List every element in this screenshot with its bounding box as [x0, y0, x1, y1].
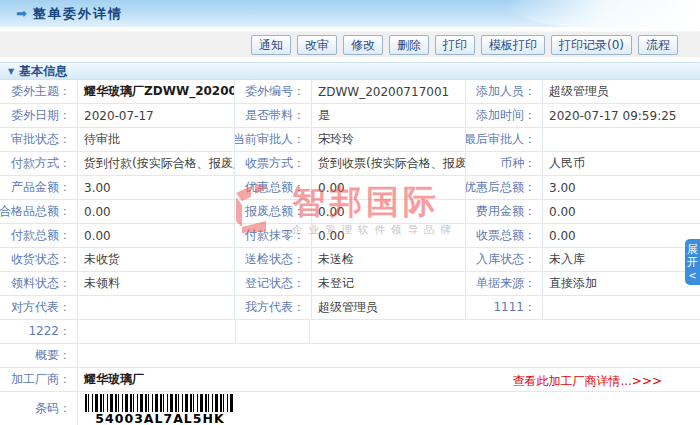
field-value: 0.00	[78, 200, 235, 223]
field-value	[543, 128, 700, 151]
field-label: 产品金额：	[0, 176, 78, 199]
field-value: 2020-07-17	[78, 104, 235, 127]
field-value: 3.00	[543, 176, 700, 199]
field-value: ZDWW_20200717001	[312, 80, 466, 103]
expand-panel-tab[interactable]: 展 开 <	[685, 239, 700, 285]
field-label: 1222：	[0, 320, 78, 343]
table-row: 合格品总额： 0.00 报废总额： 0.00 费用金额： 0.00	[0, 200, 700, 224]
field-value: 0.00	[312, 200, 466, 223]
field-label: 收票总额：	[466, 224, 543, 247]
field-value: 0.00	[78, 224, 235, 247]
field-value: 待审批	[78, 128, 235, 151]
field-value	[543, 296, 700, 319]
page-banner: ➡ 整单委外详情	[0, 0, 700, 28]
table-row: 付款方式： 货到付款(按实际合格、报废入库数量生成) 收票方式： 货到收票(按实…	[0, 152, 700, 176]
field-label: 收票方式：	[235, 152, 312, 175]
basic-info-section-header[interactable]: ▼ 基本信息	[0, 62, 700, 80]
field-value: 耀华玻璃厂ZDWW_20200717001	[78, 80, 235, 103]
workflow-button[interactable]: 流程	[638, 35, 678, 55]
table-row: 领料状态： 未领料 登记状态： 未登记 单据来源： 直接添加	[0, 272, 700, 296]
barcode-text: 54003AL7AL5HK	[95, 412, 224, 425]
table-row: 审批状态： 待审批 当前审批人： 宋玲玲 最后审批人：	[0, 128, 700, 152]
field-label: 付款抹零：	[235, 224, 312, 247]
barcode-stripes-image	[85, 394, 235, 412]
modify-button[interactable]: 修改	[343, 35, 383, 55]
field-label: 币种：	[466, 152, 543, 175]
field-label: 优惠后总额：	[466, 176, 543, 199]
field-value: 直接添加	[543, 272, 700, 295]
field-value: 3.00	[78, 176, 235, 199]
field-label: 添加时间：	[466, 104, 543, 127]
field-value: 人民币	[543, 152, 700, 175]
field-value: 2020-07-17 09:59:25	[543, 104, 700, 127]
barcode: 54003AL7AL5HK	[84, 392, 236, 425]
field-value	[78, 320, 236, 343]
table-row-vendor: 加工厂商： 耀华玻璃厂 查看此加工厂商详情...>>>	[0, 368, 700, 392]
view-vendor-details-link[interactable]: 查看此加工厂商详情...>>>	[512, 373, 662, 390]
reaudit-button[interactable]: 改审	[297, 35, 337, 55]
field-label: 优惠总额：	[235, 176, 312, 199]
banner-swoosh-decoration	[505, 0, 700, 28]
table-row: 付款总额： 0.00 付款抹零： 0.00 收票总额： 0.00	[0, 224, 700, 248]
field-value: 超级管理员	[543, 80, 700, 103]
expand-tab-char: 展	[687, 243, 698, 256]
field-label: 收货状态：	[0, 248, 78, 271]
vendor-name: 耀华玻璃厂	[84, 371, 144, 388]
field-label: 委外编号：	[235, 80, 312, 103]
field-value: 未入库	[543, 248, 700, 271]
field-label: 条码：	[0, 392, 78, 425]
field-label: 1111：	[466, 296, 543, 319]
chevron-left-icon: <	[688, 269, 696, 282]
field-label: 委外日期：	[0, 104, 78, 127]
empty-cell	[236, 320, 310, 343]
field-label: 费用金额：	[466, 200, 543, 223]
field-label: 报废总额：	[235, 200, 312, 223]
field-label: 对方代表：	[0, 296, 78, 319]
expand-tab-char: 开	[687, 256, 698, 269]
field-label: 审批状态：	[0, 128, 78, 151]
page-title-wrap: ➡ 整单委外详情	[16, 5, 123, 23]
print-button[interactable]: 打印	[435, 35, 475, 55]
field-value: 货到收票(按实际合格、报废入库数量生成)	[312, 152, 466, 175]
field-value	[78, 296, 235, 319]
field-value: 0.00	[543, 224, 700, 247]
field-label: 付款总额：	[0, 224, 78, 247]
empty-cell	[310, 320, 700, 343]
field-label: 我方代表：	[235, 296, 312, 319]
table-row: 委外日期： 2020-07-17 是否带料： 是 添加时间： 2020-07-1…	[0, 104, 700, 128]
field-value: 未送检	[312, 248, 466, 271]
table-row-barcode: 条码： 54003AL7AL5HK	[0, 392, 700, 425]
notify-button[interactable]: 通知	[251, 35, 291, 55]
field-value: 超级管理员	[312, 296, 466, 319]
field-label: 领料状态：	[0, 272, 78, 295]
field-label: 最后审批人：	[466, 128, 543, 151]
title-arrow-icon: ➡	[16, 6, 27, 22]
field-value: 货到付款(按实际合格、报废入库数量生成)	[78, 152, 235, 175]
field-label: 入库状态：	[466, 248, 543, 271]
template-print-button[interactable]: 模板打印	[481, 35, 545, 55]
table-row: 产品金额： 3.00 优惠总额： 0.00 优惠后总额： 3.00	[0, 176, 700, 200]
collapse-triangle-icon: ▼	[8, 67, 14, 76]
field-label: 付款方式：	[0, 152, 78, 175]
table-row: 收货状态： 未收货 送检状态： 未送检 入库状态： 未入库	[0, 248, 700, 272]
field-label: 概要：	[0, 344, 78, 367]
table-row: 对方代表： 我方代表： 超级管理员 1111：	[0, 296, 700, 320]
field-label: 送检状态：	[235, 248, 312, 271]
field-value: 是	[312, 104, 466, 127]
field-label: 当前审批人：	[235, 128, 312, 151]
field-value	[78, 344, 700, 367]
table-row: 委外主题： 耀华玻璃厂ZDWW_20200717001 委外编号： ZDWW_2…	[0, 80, 700, 104]
toolbar: 通知 改审 修改 删除 打印 模板打印 打印记录(0) 流程	[0, 31, 700, 57]
page-title: 整单委外详情	[33, 5, 123, 23]
delete-button[interactable]: 删除	[389, 35, 429, 55]
table-row-summary: 概要：	[0, 344, 700, 368]
field-value: 0.00	[312, 224, 466, 247]
field-value: 未收货	[78, 248, 235, 271]
field-value: 0.00	[543, 200, 700, 223]
print-record-button[interactable]: 打印记录(0)	[551, 35, 632, 55]
field-label: 添加人员：	[466, 80, 543, 103]
outsourcing-detail-page: ➡ 整单委外详情 通知 改审 修改 删除 打印 模板打印 打印记录(0) 流程 …	[0, 0, 700, 425]
field-label: 合格品总额：	[0, 200, 78, 223]
table-row-custom-1222: 1222：	[0, 320, 700, 344]
field-label: 委外主题：	[0, 80, 78, 103]
